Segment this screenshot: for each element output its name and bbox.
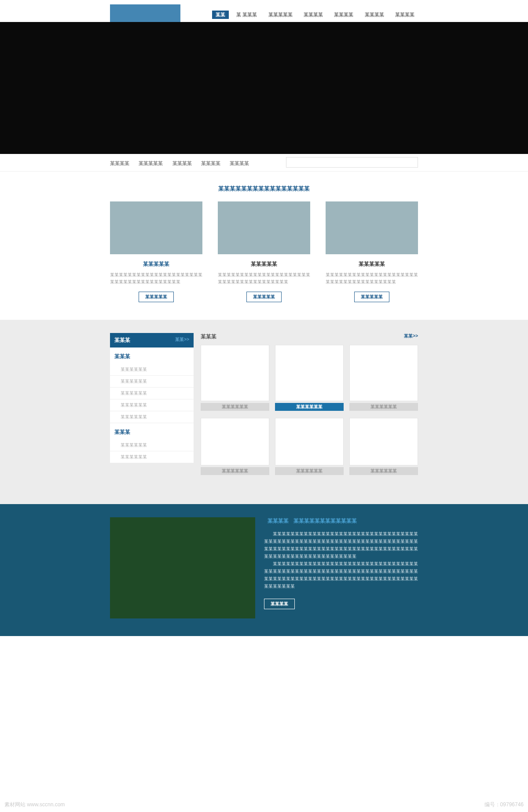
grid-image [201, 345, 269, 401]
title-rest: 某某某某某某某某某某某某 [241, 185, 310, 192]
grid-image [275, 345, 344, 401]
watermark-right: 编号：09796746 [484, 801, 524, 808]
about-title-sub: 某某某某某某某某某某某某 [293, 518, 357, 524]
nav-item-1[interactable]: 某 某某某 [233, 11, 260, 19]
about-section: 某某某某 某某某某某某某某某某某某 某某某某某某某某某某某某某某某某某某某某某某… [0, 504, 528, 636]
subnav-item-0[interactable]: 某某某某 [110, 160, 129, 167]
about-button[interactable]: 某某某某 [264, 599, 295, 609]
panel-head: 某某某 某某>> [201, 333, 418, 340]
grid-cell[interactable]: 某某某某某某 [349, 418, 418, 475]
sidebar-item[interactable]: 某某某某某某 [110, 411, 194, 423]
subnav-item-4[interactable]: 某某某某 [230, 160, 249, 167]
subnav-item-3[interactable]: 某某某某 [201, 160, 220, 167]
card-1: 某某某某某 某某某某某某某某某某某某某某某某某某某某某某某某某某某某某某某某某某… [218, 201, 310, 302]
sub-nav: 某某某某 某某某某某 某某某某 某某某某 某某某某 [110, 154, 418, 167]
products-section: 某某某 某某>> 某某某 某某某某某某 某某某某某某 某某某某某某 某某某某某某… [0, 320, 528, 504]
sidebar-category: 某某某 [110, 423, 194, 439]
grid-label: 某某某某某某 [275, 403, 344, 411]
grid-label: 某某某某某某 [201, 467, 269, 475]
grid-image [275, 418, 344, 465]
card-title: 某某某某某 [218, 260, 310, 268]
subnav-item-1[interactable]: 某某某某某 [139, 160, 163, 167]
nav-item-5[interactable]: 某某某某 [361, 11, 388, 19]
feature-cards: 某某某某某 某某某某某某某某某某某某某某某某某某某某某某某某某某某某某某某某某某… [110, 201, 418, 320]
card-2: 某某某某某 某某某某某某某某某某某某某某某某某某某某某某某某某某某某某某某某某某… [326, 201, 418, 302]
sidebar-head: 某某某 某某>> [110, 333, 194, 347]
header: 某某 某 某某某 某某某某某 某某某某 某某某某 某某某某 某某某某 [110, 0, 418, 22]
section-title: 某某某某某某某某某某某某某某某某 [110, 172, 418, 201]
card-desc: 某某某某某某某某某某某某某某某某某某某某某某某某某某某某某某某某某某某某某 [326, 271, 418, 285]
sidebar-item[interactable]: 某某某某某某 [110, 439, 194, 451]
hero-banner [0, 22, 528, 154]
card-desc: 某某某某某某某某某某某某某某某某某某某某某某某某某某某某某某某某某某某某某 [110, 271, 202, 285]
card-desc: 某某某某某某某某某某某某某某某某某某某某某某某某某某某某某某某某某某某某某 [218, 271, 310, 285]
nav-item-3[interactable]: 某某某某 [300, 11, 326, 19]
card-title: 某某某某某 [326, 260, 418, 268]
search-input[interactable] [286, 157, 418, 168]
grid-cell[interactable]: 某某某某某某 [349, 345, 418, 411]
nav-item-2[interactable]: 某某某某某 [265, 11, 296, 19]
grid-image [201, 418, 269, 465]
card-button[interactable]: 某某某某某 [139, 292, 174, 302]
grid-cell[interactable]: 某某某某某某 [275, 418, 344, 475]
about-text: 某某某某 某某某某某某某某某某某某 某某某某某某某某某某某某某某某某某某某某某某… [264, 517, 418, 609]
product-grid: 某某某某某某 某某某某某某 某某某某某某 [201, 418, 418, 482]
title-highlight: 某某某某 [218, 185, 241, 192]
card-image[interactable] [110, 201, 202, 254]
subnav-item-2[interactable]: 某某某某 [172, 160, 192, 167]
card-button[interactable]: 某某某某某 [354, 292, 389, 302]
sidebar-item[interactable]: 某某某某某某 [110, 388, 194, 399]
about-title: 某某某某 某某某某某某某某某某某某 [264, 517, 418, 525]
logo[interactable] [110, 4, 180, 22]
panel-more-link[interactable]: 某某>> [404, 333, 418, 339]
grid-label: 某某某某某某 [275, 467, 344, 475]
about-image [110, 517, 255, 618]
grid-label: 某某某某某某 [349, 467, 418, 475]
about-desc: 某某某某某某某某某某某某某某某某某某某某某某某某某某某某某某某某某某某某某某某某… [264, 530, 418, 590]
sidebar-category: 某某某 [110, 347, 194, 364]
sidebar-more-link[interactable]: 某某>> [175, 337, 189, 343]
product-panel: 某某某 某某>> 某某某某某某 某某某某某某 某某某某某某 某某某某某某 某某某… [201, 333, 418, 482]
nav-item-6[interactable]: 某某某某 [392, 11, 418, 19]
panel-title: 某某某 [201, 333, 216, 340]
grid-image [349, 418, 418, 465]
card-0: 某某某某某 某某某某某某某某某某某某某某某某某某某某某某某某某某某某某某某某某某… [110, 201, 202, 302]
grid-cell[interactable]: 某某某某某某 [201, 418, 269, 475]
card-button[interactable]: 某某某某某 [246, 292, 282, 302]
nav-item-0[interactable]: 某某 [212, 11, 229, 19]
sidebar-title: 某某某 [114, 337, 130, 343]
sidebar-item[interactable]: 某某某某某某 [110, 399, 194, 411]
grid-label: 某某某某某某 [349, 403, 418, 411]
about-paragraph: 某某某某某某某某某某某某某某某某某某某某某某某某某某某某某某某某某某某某某某某某… [264, 560, 418, 590]
grid-cell[interactable]: 某某某某某某 [275, 345, 344, 411]
grid-image [349, 345, 418, 401]
about-paragraph: 某某某某某某某某某某某某某某某某某某某某某某某某某某某某某某某某某某某某某某某某… [264, 530, 418, 560]
sidebar: 某某某 某某>> 某某某 某某某某某某 某某某某某某 某某某某某某 某某某某某某… [110, 333, 194, 463]
sidebar-item[interactable]: 某某某某某某 [110, 451, 194, 463]
watermark-left: 素材网站 www.sccnn.com [4, 801, 65, 808]
grid-label: 某某某某某某 [201, 403, 269, 411]
about-title-main: 某某某某 [268, 518, 289, 524]
card-image[interactable] [218, 201, 310, 254]
card-title: 某某某某某 [110, 260, 202, 268]
product-grid: 某某某某某某 某某某某某某 某某某某某某 [201, 345, 418, 418]
sidebar-item[interactable]: 某某某某某某 [110, 364, 194, 376]
main-nav: 某某 某 某某某 某某某某某 某某某某 某某某某 某某某某 某某某某 [209, 4, 418, 19]
card-image[interactable] [326, 201, 418, 254]
nav-item-4[interactable]: 某某某某 [330, 11, 357, 19]
grid-cell[interactable]: 某某某某某某 [201, 345, 269, 411]
sidebar-item[interactable]: 某某某某某某 [110, 376, 194, 388]
